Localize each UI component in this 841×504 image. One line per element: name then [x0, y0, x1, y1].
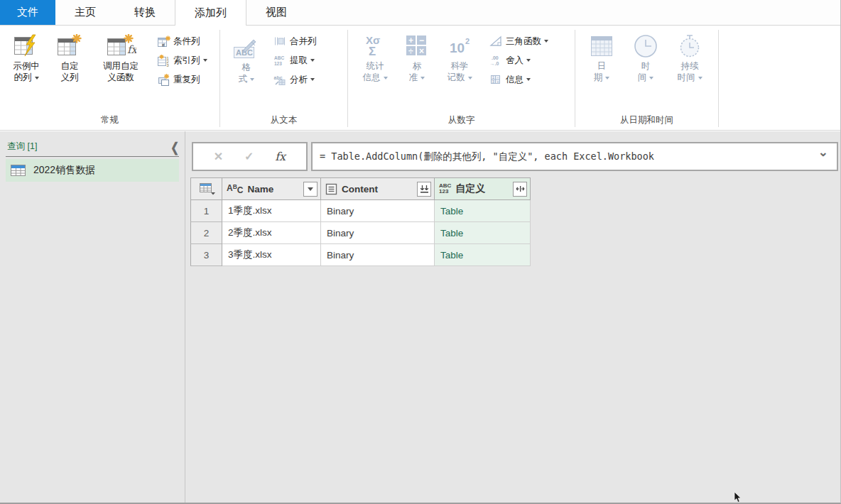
cell-name[interactable]: 1季度.xlsx — [222, 200, 321, 222]
information-button[interactable]: 1 − 3 + 信息 — [489, 72, 548, 87]
duration-icon — [678, 32, 702, 60]
date-label: 日 期 — [594, 60, 610, 83]
merge-columns-icon — [273, 35, 287, 48]
cell-content[interactable]: Binary — [321, 200, 435, 222]
duration-button[interactable]: 持续 时间 — [669, 31, 710, 83]
fx-icon[interactable]: fx — [275, 150, 286, 163]
row-number[interactable]: 1 — [190, 200, 222, 222]
expand-formula-bar-icon[interactable]: ⌄ — [818, 145, 828, 160]
invoke-custom-function-button[interactable]: fx 调用自定 义函数 — [92, 31, 149, 83]
column-from-examples-button[interactable]: 示例中 的列 — [6, 31, 47, 83]
cell-name[interactable]: 2季度.xlsx — [222, 222, 321, 244]
column-header-custom[interactable]: ABC123 自定义 — [435, 177, 531, 200]
index-column-button[interactable]: 1 2 3 索引列 — [156, 53, 207, 67]
row-number[interactable]: 2 — [190, 222, 222, 244]
time-button[interactable]: 时 间 — [629, 31, 662, 83]
merge-columns-button[interactable]: 合并列 — [273, 34, 317, 48]
dropdown-arrow-icon — [605, 77, 609, 80]
rounding-button[interactable]: .00 →.0 舍入 — [489, 53, 548, 67]
expand-content-button[interactable] — [417, 182, 431, 197]
dropdown-arrow-icon — [420, 77, 425, 80]
dropdown-arrow-icon — [468, 77, 472, 80]
tab-view[interactable]: 视图 — [246, 0, 306, 25]
column-content-label: Content — [342, 184, 378, 195]
cell-name[interactable]: 3季度.xlsx — [222, 244, 321, 266]
query-item-label: 2022销售数据 — [33, 164, 95, 177]
conditional-column-button[interactable]: ≠ 条件列 — [156, 34, 207, 48]
tab-home[interactable]: 主页 — [55, 0, 115, 25]
power-query-editor-window: 文件 主页 转换 添加列 视图 — [0, 0, 841, 504]
dropdown-arrow-icon — [310, 59, 315, 62]
collapse-pane-icon[interactable]: ❮ — [170, 139, 179, 154]
editor-content: 查询 [1] ❮ 2022销售数据 ✕ ✓ — [0, 131, 840, 503]
dropdown-arrow-icon — [203, 59, 207, 62]
extract-icon: ABC 123 — [273, 54, 287, 67]
table-menu-icon — [199, 182, 216, 195]
cell-content[interactable]: Binary — [321, 244, 435, 266]
filter-dropdown-button[interactable] — [303, 182, 318, 197]
svg-text:2: 2 — [465, 37, 470, 45]
rounding-label: 舍入 — [506, 55, 523, 67]
extract-button[interactable]: ABC 123 提取 — [273, 53, 317, 67]
custom-column-icon — [57, 32, 82, 60]
scientific-button[interactable]: 10 2 科学 记数 — [439, 31, 480, 83]
formula-bar-input[interactable]: = Table.AddColumn(删除的其他列, "自定义", each Ex… — [311, 142, 838, 171]
conditional-column-icon: ≠ — [156, 35, 170, 48]
svg-text:abc: abc — [274, 75, 283, 80]
column-header-name[interactable]: ABC Name — [222, 177, 321, 200]
confirm-formula-icon[interactable]: ✓ — [244, 150, 254, 163]
svg-text:+: + — [408, 35, 413, 45]
parse-button[interactable]: abc 分析 — [273, 72, 317, 87]
svg-text:×: × — [419, 46, 424, 56]
query-item-2022-sales[interactable]: 2022销售数据 — [6, 159, 179, 182]
tab-file[interactable]: 文件 — [0, 0, 55, 25]
invoke-custom-function-icon: fx — [105, 32, 136, 60]
parse-icon: abc — [273, 73, 287, 86]
cell-content[interactable]: Binary — [321, 222, 435, 244]
ribbon-group-general: 示例中 的列 — [0, 26, 219, 130]
grid-corner-menu[interactable] — [190, 177, 222, 200]
custom-column-button[interactable]: 自定 义列 — [51, 31, 88, 83]
cancel-formula-icon[interactable]: ✕ — [214, 150, 223, 163]
parse-label: 分析 — [290, 74, 308, 86]
tab-add-column[interactable]: 添加列 — [175, 0, 246, 26]
group-separator — [718, 30, 719, 127]
column-from-examples-label: 示例中 的列 — [13, 60, 40, 83]
preview-grid: ABC Name Content — [190, 177, 531, 266]
dropdown-arrow-icon — [526, 78, 531, 81]
group-label-from-number: 从数字 — [348, 114, 575, 130]
merge-columns-label: 合并列 — [290, 35, 317, 48]
duplicate-column-label: 重复列 — [173, 74, 200, 86]
ribbon-group-from-number: Xσ Σ 统计 信息 — [348, 26, 575, 130]
group-label-from-text: 从文本 — [220, 114, 347, 130]
cell-table-link[interactable]: Table — [435, 244, 531, 266]
trigonometry-button[interactable]: 三角函数 — [489, 34, 548, 48]
tab-transform[interactable]: 转换 — [115, 0, 175, 25]
row-number[interactable]: 3 — [190, 244, 222, 266]
dropdown-arrow-icon — [310, 78, 315, 81]
group-label-from-datetime: 从日期和时间 — [575, 114, 718, 130]
column-header-content[interactable]: Content — [321, 177, 435, 200]
svg-text:+: + — [497, 80, 499, 84]
svg-text:Σ: Σ — [369, 45, 376, 58]
svg-text:.00: .00 — [492, 55, 499, 60]
cell-table-link[interactable]: Table — [435, 222, 531, 244]
expand-column-button[interactable] — [513, 182, 527, 197]
duplicate-column-button[interactable]: 重复列 — [156, 72, 207, 87]
date-button[interactable]: 日 期 — [585, 31, 618, 83]
svg-text:ABC: ABC — [274, 55, 284, 60]
duration-label: 持续 时间 — [678, 60, 702, 83]
statistics-label: 统计 信息 — [363, 60, 388, 83]
formula-text[interactable]: = Table.AddColumn(删除的其他列, "自定义", each Ex… — [320, 150, 654, 163]
standard-button[interactable]: + − ÷ × 标 准 — [401, 31, 433, 83]
conditional-column-label: 条件列 — [173, 35, 200, 48]
statistics-button[interactable]: Xσ Σ 统计 信息 — [355, 31, 395, 83]
invoke-custom-function-label: 调用自定 义函数 — [103, 60, 139, 83]
svg-text:10: 10 — [450, 40, 465, 55]
index-column-label: 索引列 — [173, 55, 200, 67]
format-button[interactable]: ABC 格 式 — [230, 36, 263, 84]
svg-text:−: − — [419, 35, 424, 45]
queries-sidebar: 查询 [1] ❮ 2022销售数据 — [0, 131, 185, 503]
svg-text:→.0: →.0 — [490, 61, 499, 66]
cell-table-link[interactable]: Table — [435, 200, 531, 222]
